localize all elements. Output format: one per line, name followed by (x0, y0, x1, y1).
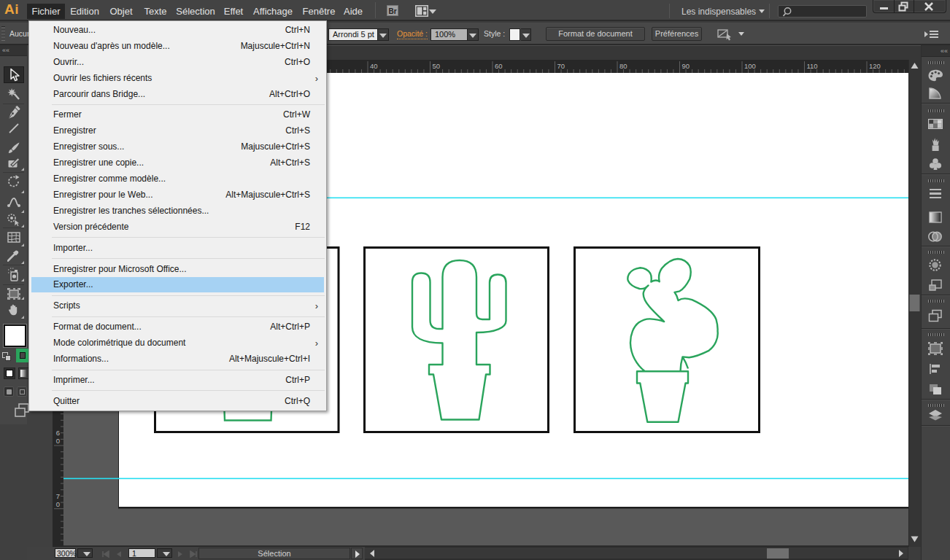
svg-text:50: 50 (433, 62, 441, 70)
svg-text:6: 6 (56, 429, 60, 437)
svg-text:70: 70 (557, 62, 565, 70)
svg-text:0: 0 (56, 500, 60, 508)
svg-text:0: 0 (56, 437, 60, 445)
svg-text:120: 120 (869, 62, 881, 70)
svg-text:7: 7 (56, 492, 60, 500)
svg-text:60: 60 (495, 62, 503, 70)
svg-text:90: 90 (682, 62, 690, 70)
svg-text:40: 40 (370, 62, 378, 70)
svg-text:110: 110 (807, 62, 818, 70)
svg-text:80: 80 (619, 62, 627, 70)
svg-text:100: 100 (744, 62, 756, 70)
